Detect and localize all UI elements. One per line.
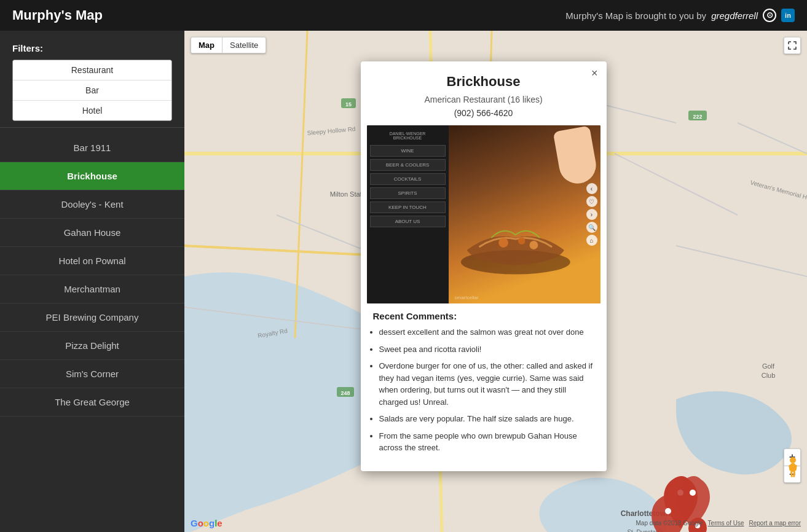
nav-home[interactable]: ⌂ [586, 235, 597, 246]
filters-section: Filters: Restaurant Bar Hotel [0, 31, 184, 128]
popup-image-food: ‹ ♡ › 🔍 ⌂ smartcellar [449, 125, 600, 303]
comment-1: dessert excellent and the salmon was gre… [379, 326, 594, 338]
google-logo: Google [191, 518, 222, 528]
popup-image: DANIEL·WENGERBRICKHOUSE WINE BEER & COOL… [367, 125, 600, 303]
svg-rect-50 [793, 471, 795, 477]
app-title: Murphy's Map [12, 7, 103, 23]
image-brand: smartcellar [455, 295, 479, 300]
svg-text:222: 222 [693, 114, 702, 120]
comment-2: Sweet pea and ricotta ravioli! [379, 343, 594, 356]
menu-item-about: ABOUT US [370, 216, 446, 227]
comment-5: From the same people who own brewpub Gah… [379, 430, 594, 454]
svg-text:248: 248 [341, 390, 350, 396]
svg-point-45 [790, 457, 796, 463]
place-hotel-on-pownal[interactable]: Hotel on Pownal [0, 247, 184, 275]
menu-item-beer: BEER & COOLERS [370, 159, 446, 171]
menu-item-wine: WINE [370, 145, 446, 157]
filter-hotel[interactable]: Hotel [13, 101, 171, 120]
place-great-george[interactable]: The Great George [0, 388, 184, 417]
app-header: Murphy's Map Murphy's Map is brought to … [0, 0, 807, 31]
svg-rect-49 [790, 471, 793, 477]
place-dooleys-kent[interactable]: Dooley's - Kent [0, 190, 184, 219]
menu-item-contact: KEEP IN TOUCH [370, 201, 446, 213]
nav-heart[interactable]: ♡ [586, 196, 597, 207]
comment-3: Overdone burger for one of us, the other… [379, 360, 594, 408]
nav-prev[interactable]: ‹ [586, 183, 597, 194]
svg-text:15: 15 [345, 101, 352, 108]
place-gahan-house[interactable]: Gahan House [0, 219, 184, 247]
popup-comments-title: Recent Comments: [361, 311, 607, 326]
pegman-icon[interactable] [786, 456, 800, 478]
filter-restaurant[interactable]: Restaurant [13, 60, 171, 80]
svg-text:Golf: Golf [762, 362, 775, 370]
menu-item-cocktails: COCKTAILS [370, 173, 446, 185]
nav-search[interactable]: 🔍 [586, 222, 597, 233]
svg-point-52 [498, 238, 508, 248]
place-sims-corner[interactable]: Sim's Corner [0, 360, 184, 388]
places-list: Bar 1911 Brickhouse Dooley's - Kent Gaha… [0, 128, 184, 532]
filters-box: Restaurant Bar Hotel [12, 60, 172, 121]
map-data-text: Map data ©2018 Google [636, 520, 703, 526]
map-bottom-bar: Google Map data ©2018 Google Terms of Us… [184, 514, 807, 532]
filter-bar[interactable]: Bar [13, 80, 171, 101]
popup-close-btn[interactable]: × [591, 68, 598, 79]
report-link[interactable]: Report a map error [749, 520, 801, 526]
map-area[interactable]: 15 221 222 15 248 Winsloe South Milton S… [184, 31, 807, 532]
place-merchantman[interactable]: Merchantman [0, 275, 184, 303]
map-type-map-btn[interactable]: Map [191, 37, 222, 53]
github-icon[interactable]: ⊙ [763, 9, 776, 22]
map-background: 15 221 222 15 248 Winsloe South Milton S… [184, 31, 807, 532]
popup-modal: × Brickhouse American Restaurant (16 lik… [361, 61, 607, 471]
tagline-prefix: Murphy's Map is brought to you by [565, 10, 706, 21]
image-nav: ‹ ♡ › 🔍 ⌂ [586, 183, 597, 246]
menu-item-spirits: SPIRITS [370, 187, 446, 199]
nav-next[interactable]: › [586, 209, 597, 220]
sidebar: Filters: Restaurant Bar Hotel Bar 1911 B… [0, 31, 184, 532]
popup-phone: (902) 566-4620 [361, 108, 607, 125]
svg-text:Club: Club [762, 372, 776, 379]
food-dish-svg [455, 190, 577, 297]
svg-point-39 [690, 490, 696, 496]
popup-comments-list: dessert excellent and the salmon was gre… [361, 326, 607, 471]
place-bar-1911[interactable]: Bar 1911 [0, 134, 184, 162]
popup-image-menu: DANIEL·WENGERBRICKHOUSE WINE BEER & COOL… [367, 125, 449, 303]
svg-point-53 [518, 237, 525, 244]
popup-title: Brickhouse [361, 61, 607, 95]
map-expand-btn[interactable] [784, 37, 801, 54]
svg-point-54 [529, 241, 538, 249]
map-type-control: Map Satellite [191, 37, 266, 53]
popup-subtitle: American Restaurant (16 likes) [361, 95, 607, 108]
author-name: gregdferrell [711, 10, 758, 21]
comment-4: Salads are very popular. The half size s… [379, 413, 594, 425]
popup-image-inner: DANIEL·WENGERBRICKHOUSE WINE BEER & COOL… [367, 125, 600, 303]
terms-link[interactable]: Terms of Use [708, 520, 744, 526]
place-pei-brewing[interactable]: PEI Brewing Company [0, 303, 184, 332]
filters-label: Filters: [12, 43, 172, 53]
tagline: Murphy's Map is brought to you by gregdf… [565, 9, 795, 22]
place-pizza-delight[interactable]: Pizza Delight [0, 332, 184, 360]
map-attribution: Map data ©2018 Google Terms of Use Repor… [636, 520, 801, 526]
popup-image-hand [553, 125, 599, 186]
place-brickhouse[interactable]: Brickhouse [0, 162, 184, 190]
linkedin-icon[interactable]: in [781, 9, 795, 22]
expand-icon [788, 41, 797, 50]
main-content: Filters: Restaurant Bar Hotel Bar 1911 B… [0, 31, 807, 532]
map-type-satellite-btn[interactable]: Satellite [222, 37, 266, 53]
